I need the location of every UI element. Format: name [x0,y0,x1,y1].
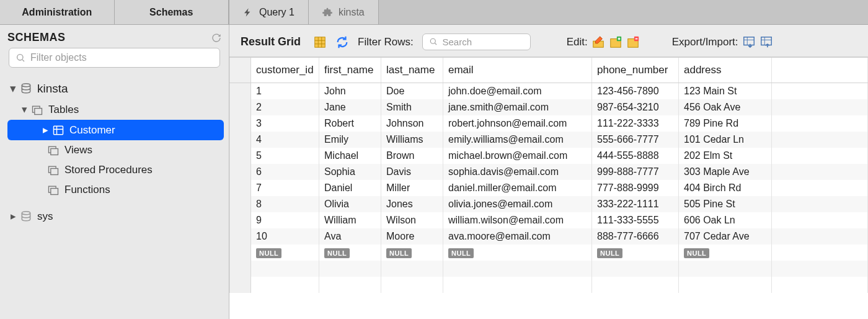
cell-email[interactable]: emily.williams@email.com [443,132,592,148]
cell-last_name[interactable]: Smith [381,99,443,115]
table-row[interactable]: 5MichaelBrownmichael.brown@email.com444-… [230,148,868,164]
tree-db-sys[interactable]: ▸ sys [2,206,229,227]
table-row[interactable]: 6SophiaDavissophia.davis@email.com999-88… [230,164,868,180]
cell-email[interactable]: sophia.davis@email.com [443,164,592,180]
cell-address[interactable]: 606 Oak Ln [679,212,772,228]
cell-first_name[interactable]: Robert [319,115,381,132]
row-gutter[interactable] [230,132,251,148]
cell-customer_id[interactable]: 7 [251,180,319,196]
cell-email[interactable]: john.doe@email.com [443,83,592,100]
cell-phone_number[interactable]: 444-555-8888 [592,148,679,164]
cell-customer_id[interactable]: 5 [251,148,319,164]
cell-last_name[interactable]: Moore [381,228,443,245]
table-row[interactable]: 10AvaMooreava.moore@email.com888-777-666… [230,228,868,245]
cell-email[interactable]: jane.smith@email.com [443,99,592,115]
cell-null[interactable]: NULL [381,245,443,261]
cell-address[interactable]: 202 Elm St [679,148,772,164]
cell-email[interactable]: olivia.jones@email.com [443,196,592,212]
cell-phone_number[interactable]: 111-333-5555 [592,212,679,228]
insert-row-icon[interactable] [609,35,622,49]
refresh-icon[interactable] [211,33,221,43]
row-gutter[interactable] [230,196,251,212]
filter-rows-input[interactable] [442,37,523,47]
row-gutter[interactable] [230,115,251,132]
cell-customer_id[interactable]: 1 [251,83,319,100]
cell-address[interactable]: 404 Birch Rd [679,180,772,196]
table-row[interactable]: 3RobertJohnsonrobert.johnson@email.com11… [230,115,868,132]
cell-last_name[interactable]: Brown [381,148,443,164]
tree-tables[interactable]: ▾ Tables [2,99,229,120]
row-gutter[interactable] [230,83,251,100]
cell-null[interactable]: NULL [443,245,592,261]
cell-address[interactable]: 707 Cedar Ave [679,228,772,245]
cell-first_name[interactable]: Sophia [319,164,381,180]
cell-null[interactable]: NULL [592,245,679,261]
cell-phone_number[interactable]: 123-456-7890 [592,83,679,100]
row-gutter[interactable] [230,180,251,196]
table-row-null[interactable]: NULLNULLNULLNULLNULLNULL [230,245,868,261]
tree-stored-procedures[interactable]: Stored Procedures [2,160,229,180]
tab-administration[interactable]: Administration [0,0,115,24]
cell-phone_number[interactable]: 888-777-6666 [592,228,679,245]
row-gutter[interactable] [230,164,251,180]
cell-customer_id[interactable]: 8 [251,196,319,212]
table-row[interactable]: 4EmilyWilliamsemily.williams@email.com55… [230,132,868,148]
cell-first_name[interactable]: John [319,83,381,100]
cell-email[interactable]: william.wilson@email.com [443,212,592,228]
cell-customer_id[interactable]: 9 [251,212,319,228]
filter-rows-search[interactable] [422,34,531,50]
cell-phone_number[interactable]: 555-666-7777 [592,132,679,148]
cell-null[interactable]: NULL [251,245,319,261]
cell-phone_number[interactable]: 111-222-3333 [592,115,679,132]
col-customer-id[interactable]: customer_id [251,58,319,83]
cell-address[interactable]: 505 Pine St [679,196,772,212]
cell-address[interactable]: 456 Oak Ave [679,99,772,115]
cell-last_name[interactable]: Davis [381,164,443,180]
tree-db-kinsta[interactable]: ▾ kinsta [2,78,229,99]
row-gutter[interactable] [230,212,251,228]
cell-customer_id[interactable]: 4 [251,132,319,148]
edit-row-icon[interactable] [591,35,605,49]
cell-phone_number[interactable]: 333-222-1111 [592,196,679,212]
cell-first_name[interactable]: Daniel [319,180,381,196]
cell-phone_number[interactable]: 999-888-7777 [592,164,679,180]
cell-email[interactable]: michael.brown@email.com [443,148,592,164]
tree-table-customer[interactable]: ▸ Customer [7,120,224,140]
cell-customer_id[interactable]: 2 [251,99,319,115]
cell-address[interactable]: 789 Pine Rd [679,115,772,132]
cell-email[interactable]: ava.moore@email.com [443,228,592,245]
cell-email[interactable]: robert.johnson@email.com [443,115,592,132]
grid-view-icon[interactable] [313,35,327,49]
cell-last_name[interactable]: Doe [381,83,443,100]
filter-objects-input[interactable] [30,52,213,63]
cell-customer_id[interactable]: 6 [251,164,319,180]
tree-views[interactable]: Views [2,140,229,160]
import-icon[interactable] [760,35,773,49]
cell-first_name[interactable]: Michael [319,148,381,164]
cell-null[interactable]: NULL [319,245,381,261]
refresh-icon[interactable] [335,35,349,49]
table-row[interactable]: 2JaneSmithjane.smith@email.com987-654-32… [230,99,868,115]
tab-schemas[interactable]: Schemas [115,0,229,24]
cell-phone_number[interactable]: 987-654-3210 [592,99,679,115]
row-gutter[interactable] [230,245,251,261]
export-icon[interactable] [742,35,756,49]
cell-first_name[interactable]: Jane [319,99,381,115]
col-address[interactable]: address [679,58,772,83]
delete-row-icon[interactable] [626,35,640,49]
cell-null[interactable]: NULL [679,245,772,261]
col-email[interactable]: email [443,58,592,83]
cell-address[interactable]: 303 Maple Ave [679,164,772,180]
cell-customer_id[interactable]: 3 [251,115,319,132]
cell-last_name[interactable]: Miller [381,180,443,196]
cell-last_name[interactable]: Johnson [381,115,443,132]
cell-last_name[interactable]: Williams [381,132,443,148]
cell-first_name[interactable]: Ava [319,228,381,245]
cell-email[interactable]: daniel.miller@email.com [443,180,592,196]
cell-first_name[interactable]: William [319,212,381,228]
table-row[interactable]: 9WilliamWilsonwilliam.wilson@email.com11… [230,212,868,228]
cell-customer_id[interactable]: 10 [251,228,319,245]
filter-objects-box[interactable] [9,48,220,68]
cell-last_name[interactable]: Wilson [381,212,443,228]
result-grid[interactable]: customer_id first_name last_name email p… [229,57,868,319]
